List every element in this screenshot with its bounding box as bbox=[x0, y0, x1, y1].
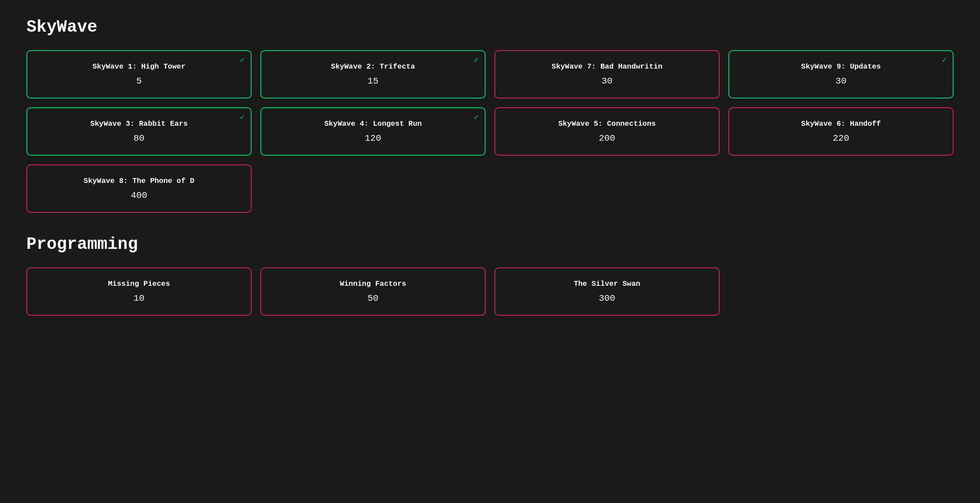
card-value-sw2: 15 bbox=[368, 76, 379, 86]
card-title-sw7: SkyWave 7: Bad Handwritin bbox=[552, 62, 662, 71]
card-wf[interactable]: Winning Factors50 bbox=[260, 267, 486, 316]
skywave-grid: ✓SkyWave 1: High Tower5✓SkyWave 2: Trife… bbox=[26, 50, 954, 213]
card-title-sw1: SkyWave 1: High Tower bbox=[92, 62, 185, 71]
card-title-sw5: SkyWave 5: Connections bbox=[558, 120, 656, 128]
programming-grid: Missing Pieces10Winning Factors50The Sil… bbox=[26, 267, 954, 316]
card-title-sw3: SkyWave 3: Rabbit Ears bbox=[90, 120, 188, 128]
card-title-sw4: SkyWave 4: Longest Run bbox=[324, 120, 422, 128]
card-sw7[interactable]: SkyWave 7: Bad Handwritin30 bbox=[494, 50, 720, 98]
checkmark-icon: ✓ bbox=[240, 113, 245, 122]
checkmark-icon: ✓ bbox=[240, 55, 245, 65]
checkmark-icon: ✓ bbox=[942, 55, 947, 65]
card-value-sw9: 30 bbox=[836, 76, 847, 86]
card-mp[interactable]: Missing Pieces10 bbox=[26, 267, 252, 316]
card-value-sw4: 120 bbox=[365, 133, 381, 143]
card-sw4[interactable]: ✓SkyWave 4: Longest Run120 bbox=[260, 107, 486, 156]
skywave-title: SkyWave bbox=[26, 18, 954, 37]
card-value-sw6: 220 bbox=[833, 133, 849, 143]
card-title-ss: The Silver Swan bbox=[574, 280, 640, 288]
skywave-section: SkyWave ✓SkyWave 1: High Tower5✓SkyWave … bbox=[26, 18, 954, 213]
card-value-sw5: 200 bbox=[599, 133, 615, 143]
card-sw2[interactable]: ✓SkyWave 2: Trifecta15 bbox=[260, 50, 486, 98]
checkmark-icon: ✓ bbox=[474, 55, 479, 65]
card-title-sw9: SkyWave 9: Updates bbox=[801, 62, 881, 71]
card-value-sw1: 5 bbox=[136, 76, 142, 86]
card-sw6[interactable]: SkyWave 6: Handoff220 bbox=[728, 107, 954, 156]
card-sw1[interactable]: ✓SkyWave 1: High Tower5 bbox=[26, 50, 252, 98]
programming-section: Programming Missing Pieces10Winning Fact… bbox=[26, 235, 954, 316]
card-sw3[interactable]: ✓SkyWave 3: Rabbit Ears80 bbox=[26, 107, 252, 156]
card-value-sw8: 400 bbox=[131, 190, 147, 200]
card-title-sw6: SkyWave 6: Handoff bbox=[801, 120, 881, 128]
card-value-ss: 300 bbox=[599, 293, 615, 303]
card-sw8[interactable]: SkyWave 8: The Phone of D400 bbox=[26, 164, 252, 213]
card-value-mp: 10 bbox=[134, 293, 145, 303]
card-value-wf: 50 bbox=[368, 293, 379, 303]
card-title-sw2: SkyWave 2: Trifecta bbox=[331, 62, 415, 71]
card-value-sw3: 80 bbox=[134, 133, 145, 143]
card-title-sw8: SkyWave 8: The Phone of D bbox=[84, 177, 194, 185]
checkmark-icon: ✓ bbox=[474, 113, 479, 122]
card-ss[interactable]: The Silver Swan300 bbox=[494, 267, 720, 316]
card-title-wf: Winning Factors bbox=[340, 280, 406, 288]
card-sw9[interactable]: ✓SkyWave 9: Updates30 bbox=[728, 50, 954, 98]
card-title-mp: Missing Pieces bbox=[108, 280, 170, 288]
card-value-sw7: 30 bbox=[602, 76, 613, 86]
programming-title: Programming bbox=[26, 235, 954, 254]
card-sw5[interactable]: SkyWave 5: Connections200 bbox=[494, 107, 720, 156]
